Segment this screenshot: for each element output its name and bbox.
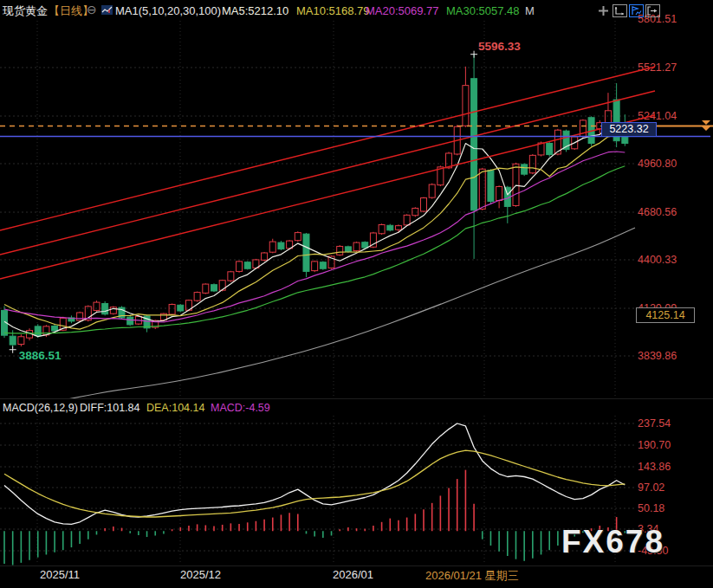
- move-tool-icon[interactable]: [596, 4, 611, 17]
- candlestick: [513, 164, 519, 205]
- candlestick: [496, 186, 502, 200]
- candlestick: [278, 242, 284, 249]
- candlestick: [178, 305, 184, 311]
- axis-scale-icon[interactable]: [613, 4, 627, 17]
- candlestick: [547, 143, 553, 154]
- candlestick: [463, 86, 469, 126]
- candlestick: [35, 326, 41, 336]
- candlestick: [194, 293, 200, 301]
- watermark: FX678: [561, 524, 664, 560]
- ma10-line: [4, 135, 625, 329]
- dea-value: DEA:104.14: [146, 402, 204, 414]
- indicator-panel-icon[interactable]: [629, 4, 644, 17]
- candlestick: [471, 79, 477, 210]
- candlestick: [237, 262, 243, 272]
- candlestick: [169, 304, 175, 314]
- current-price-tag[interactable]: 5223.32: [601, 122, 657, 137]
- candlestick: [320, 262, 326, 269]
- candlestick: [345, 247, 351, 252]
- ma30-value: MA30:5057.48: [446, 4, 520, 17]
- ma30-line: [4, 166, 625, 333]
- candlestick: [219, 281, 225, 291]
- candlestick: [18, 337, 24, 345]
- macd-params-label[interactable]: MACD(26,12,9): [3, 402, 78, 414]
- candlestick: [269, 242, 275, 252]
- candlestick: [429, 184, 435, 197]
- mini-chart-icon[interactable]: [101, 4, 113, 16]
- candlestick: [295, 233, 301, 241]
- ma5-value: MA5:5212.10: [222, 4, 288, 17]
- candlestick: [479, 169, 485, 209]
- alert-level-label[interactable]: 4125.14: [636, 307, 695, 323]
- candlestick: [387, 225, 393, 230]
- trading-app: { "header": { "title": "现货黄金", "period":…: [0, 0, 713, 588]
- candlestick: [211, 285, 217, 291]
- candlestick: [362, 242, 368, 248]
- candlestick: [337, 246, 343, 255]
- candlestick: [421, 198, 427, 211]
- candlestick: [529, 155, 535, 172]
- low-price-label: 3886.51: [19, 349, 62, 362]
- collapse-icon[interactable]: ⊖: [87, 3, 97, 16]
- candlestick: [94, 302, 100, 310]
- candlestick: [353, 242, 360, 251]
- candlestick: [203, 284, 209, 293]
- trend-line: [0, 91, 655, 255]
- ma-group-label: MA1(5,10,20,30,100): [115, 4, 221, 17]
- ma20-value: MA20:5069.77: [366, 4, 439, 17]
- candlestick: [303, 234, 309, 271]
- candlestick: [77, 313, 83, 320]
- candlestick: [379, 224, 385, 233]
- candlestick: [10, 336, 16, 345]
- candlestick: [102, 303, 108, 313]
- candlestick: [488, 171, 494, 202]
- candlestick: [52, 326, 58, 331]
- candlestick: [538, 143, 544, 155]
- panel-divider[interactable]: [0, 398, 713, 399]
- high-price-label: 5596.33: [478, 40, 521, 53]
- candlestick: [228, 272, 234, 281]
- trend-line: [0, 67, 655, 230]
- exit-fullscreen-icon[interactable]: [645, 4, 660, 17]
- top-toolbar: 现货黄金 【日线】 ⊖ MA1(5,10,20,30,100) MA5:5212…: [0, 0, 713, 21]
- candlestick: [244, 262, 250, 269]
- ma20-line: [4, 152, 625, 322]
- candlestick: [262, 253, 268, 260]
- diff-value: DIFF:101.84: [80, 402, 139, 414]
- candlestick: [404, 215, 410, 225]
- macd-header: MACD(26,12,9) DIFF:101.84 DEA:104.14 MAC…: [0, 402, 713, 416]
- macd-value: MACD:-4.59: [211, 402, 270, 414]
- ma5-line: [4, 126, 625, 336]
- dea-line: [4, 450, 625, 517]
- diff-line: [4, 423, 625, 524]
- minute-menu[interactable]: M: [525, 4, 535, 17]
- candlestick: [312, 262, 318, 271]
- candlestick: [522, 165, 528, 174]
- ma10-value: MA10:5168.79: [296, 4, 370, 17]
- candlestick: [395, 226, 401, 230]
- main-chart-canvas[interactable]: 5596.333886.51: [0, 21, 713, 398]
- candlestick: [127, 317, 133, 325]
- symbol-title: 现货黄金: [3, 4, 48, 17]
